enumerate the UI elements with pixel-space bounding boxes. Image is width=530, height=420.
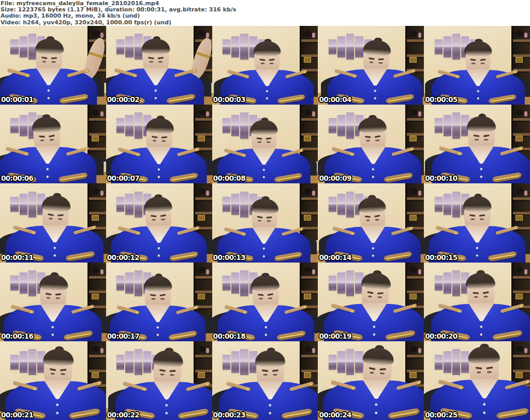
timestamp-overlay: 00:00:14 xyxy=(319,253,351,262)
jacket-button xyxy=(48,90,50,92)
jacket-button xyxy=(266,97,268,99)
epaulette xyxy=(496,69,518,79)
neckline xyxy=(43,380,70,399)
pocket-flap xyxy=(488,94,517,104)
epaulette xyxy=(224,305,247,314)
timestamp-overlay: 00:00:19 xyxy=(319,332,351,340)
jacket-button xyxy=(265,334,267,336)
video-frame-thumbnail: 00:00:25 xyxy=(424,341,530,420)
video-frame-thumbnail: 00:00:22 xyxy=(106,341,212,420)
hair xyxy=(39,274,69,291)
video-frame-thumbnail: 00:00:07 xyxy=(106,105,212,183)
eyebrow xyxy=(479,214,484,217)
epaulette xyxy=(224,148,246,157)
jacket-button xyxy=(157,326,159,328)
eyebrow xyxy=(158,57,164,60)
eyebrow xyxy=(473,292,479,294)
eyebrow xyxy=(169,370,175,372)
jacket-button xyxy=(477,90,479,92)
woman-figure xyxy=(111,105,207,183)
pocket-flap xyxy=(178,408,209,419)
epaulette xyxy=(114,68,137,78)
neckline xyxy=(363,68,388,86)
jacket-button xyxy=(155,90,157,92)
timestamp-overlay: 00:00:24 xyxy=(319,411,351,419)
eyebrow xyxy=(55,293,61,295)
neckline xyxy=(255,69,279,86)
jacket-button xyxy=(266,90,268,92)
video-info-line: Video: h264, yuv420p, 320x240, 1000.00 f… xyxy=(1,20,530,26)
eyebrow xyxy=(258,294,263,296)
pocket-flap xyxy=(385,329,416,341)
jacket-button xyxy=(480,168,482,170)
timestamp-overlay: 00:00:22 xyxy=(107,411,139,419)
jacket-button xyxy=(269,412,271,414)
neckline xyxy=(252,148,276,165)
woman-figure xyxy=(432,26,525,105)
eye xyxy=(366,140,370,141)
woman-figure xyxy=(430,341,530,420)
eyebrow xyxy=(378,59,384,61)
jacket-button xyxy=(47,176,49,178)
epaulette xyxy=(331,380,356,390)
timestamp-overlay: 00:00:16 xyxy=(1,332,33,340)
pocket-flap xyxy=(68,408,100,419)
eye xyxy=(366,220,370,221)
epaulette xyxy=(282,148,304,157)
pocket-flap xyxy=(492,172,522,183)
jacket-button xyxy=(263,176,265,178)
woman-figure xyxy=(107,26,204,105)
epaulette xyxy=(186,381,211,392)
eyebrow xyxy=(152,136,157,138)
shelf-item-figurine xyxy=(312,191,315,196)
eye xyxy=(50,372,55,374)
video-frame-thumbnail: 00:00:09 xyxy=(318,105,424,183)
eye xyxy=(472,63,476,64)
epaulette xyxy=(438,379,464,389)
epaulette xyxy=(332,226,355,236)
hair xyxy=(464,41,492,56)
eye xyxy=(257,141,261,143)
eyebrow xyxy=(51,57,57,59)
eye xyxy=(487,371,492,373)
neckline xyxy=(361,147,386,164)
jacket-button xyxy=(265,326,267,328)
eyebrow xyxy=(151,215,156,218)
jacket-button xyxy=(263,248,265,250)
eye xyxy=(160,298,165,299)
eye xyxy=(260,63,264,64)
epaulette xyxy=(77,380,102,390)
eye xyxy=(40,139,45,141)
timestamp-overlay: 00:00:20 xyxy=(425,332,457,340)
jacket-button xyxy=(372,176,374,178)
video-frame-thumbnail: 00:00:19 xyxy=(318,263,424,341)
eye xyxy=(149,61,153,62)
eyebrow xyxy=(365,136,371,138)
eyebrow xyxy=(483,291,489,294)
neckline xyxy=(361,302,388,321)
neckline xyxy=(464,225,490,243)
woman-figure xyxy=(326,183,421,262)
pocket-flap xyxy=(281,408,313,419)
eyebrow xyxy=(159,369,165,371)
epaulette xyxy=(393,303,418,313)
neckline xyxy=(254,304,279,322)
epaulette xyxy=(439,146,463,156)
eye xyxy=(162,140,166,142)
jacket-button xyxy=(269,404,271,406)
video-frame-thumbnail: 00:00:12 xyxy=(106,183,212,262)
video-frame-thumbnail: 00:00:02 xyxy=(106,26,212,105)
neckline xyxy=(42,225,68,243)
epaulette xyxy=(285,305,308,314)
woman-figure xyxy=(325,105,421,183)
eyebrow xyxy=(473,135,479,137)
epaulette xyxy=(331,147,355,156)
eyebrow xyxy=(46,293,52,295)
epaulette xyxy=(331,303,355,313)
eye xyxy=(474,296,478,297)
eyebrow xyxy=(60,369,66,371)
eye xyxy=(170,374,174,376)
jacket-button xyxy=(165,412,167,414)
video-frame-thumbnail: 00:00:01 xyxy=(0,26,106,105)
woman-figure xyxy=(323,341,424,420)
